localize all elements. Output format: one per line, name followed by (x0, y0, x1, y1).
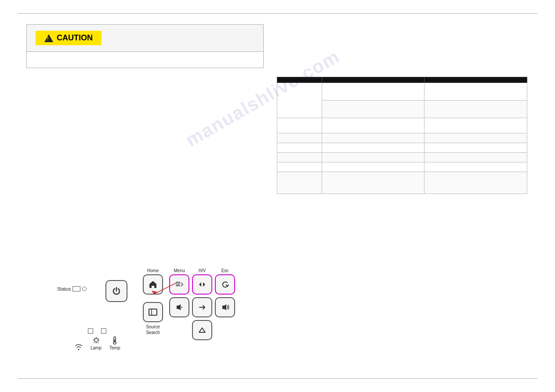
table-cell (277, 133, 322, 143)
enter-button[interactable] (192, 297, 212, 317)
volume-up-icon (220, 302, 230, 312)
table-cell (277, 172, 322, 194)
table-row (277, 133, 527, 143)
menu-label: Menu (174, 268, 185, 273)
caution-body (27, 52, 263, 68)
table-cell (277, 162, 322, 172)
table-cell (322, 118, 424, 133)
table-header-col1 (277, 77, 322, 83)
table-cell (424, 133, 527, 143)
status-group: Status (57, 286, 87, 291)
table-row (277, 162, 527, 172)
svg-point-10 (78, 349, 80, 350)
svg-rect-3 (176, 285, 180, 286)
svg-line-16 (94, 338, 94, 339)
table-cell (322, 172, 424, 194)
top-border (18, 13, 537, 14)
home-label: Home (147, 268, 159, 273)
power-icon (112, 286, 121, 296)
keystone-icon (197, 325, 207, 335)
svg-point-11 (94, 338, 98, 342)
status-monitor-icon (73, 286, 80, 291)
hv-label: H/V (199, 268, 206, 273)
lamp-checkbox (88, 328, 93, 334)
bottom-border (18, 378, 537, 379)
lamp-indicator: Lamp (91, 337, 102, 350)
left-panel: CAUTION (26, 24, 272, 75)
table-cell (322, 101, 424, 118)
table-cell (424, 83, 527, 101)
svg-line-17 (98, 342, 99, 343)
esc-button[interactable]: Esc (215, 274, 235, 295)
table-cell (322, 143, 424, 153)
svg-rect-1 (176, 282, 180, 283)
status-circle-icon (82, 287, 87, 291)
table-cell (277, 83, 322, 118)
caution-badge: CAUTION (36, 31, 102, 45)
home-button[interactable]: Home (143, 274, 163, 295)
wifi-icon (75, 343, 83, 350)
home-icon (148, 280, 158, 289)
caution-header: CAUTION (27, 25, 263, 52)
table-cell (424, 118, 527, 133)
source-search-label: SourceSearch (146, 324, 160, 335)
temp-indicator: Temp (109, 336, 120, 350)
menu-icon (175, 280, 184, 289)
table-row (277, 143, 527, 153)
table-row (277, 153, 527, 162)
table-cell (424, 172, 527, 194)
table-cell (277, 143, 322, 153)
temp-icon (112, 336, 118, 345)
table-row (277, 118, 527, 133)
checkbox-indicators (88, 328, 106, 334)
hv-icon (197, 280, 207, 289)
wifi-indicator (75, 343, 83, 350)
status-label: Status (57, 286, 71, 291)
table-cell (277, 118, 322, 133)
warning-triangle-icon (44, 34, 53, 42)
volume-down-button[interactable] (169, 297, 189, 317)
svg-rect-2 (176, 284, 180, 284)
source-search-button[interactable]: SourceSearch (143, 302, 163, 322)
svg-marker-4 (199, 282, 201, 287)
lamp-icon (92, 337, 100, 345)
indicators-row: Lamp Temp (75, 336, 120, 350)
source-search-icon (148, 307, 158, 317)
table-row (277, 172, 527, 194)
table-cell (322, 162, 424, 172)
caution-box: CAUTION (26, 24, 264, 68)
temp-checkbox (101, 328, 106, 334)
power-button[interactable] (105, 280, 127, 302)
hv-button[interactable]: H/V (192, 274, 212, 295)
caution-text: CAUTION (57, 33, 93, 43)
enter-icon (197, 302, 207, 312)
table-cell (424, 162, 527, 172)
keystone-button[interactable] (192, 320, 212, 340)
table-cell (322, 133, 424, 143)
table-cell (424, 101, 527, 118)
projector-diagram: Status Home SourceSearch Menu (57, 268, 259, 356)
menu-button[interactable]: Menu (169, 274, 189, 295)
volume-down-icon (174, 302, 184, 312)
table-cell (424, 143, 527, 153)
right-panel (277, 77, 527, 194)
table-header-col2 (322, 77, 424, 83)
esc-icon (220, 280, 230, 289)
data-table (277, 77, 527, 194)
lamp-label: Lamp (91, 345, 102, 350)
table-cell (322, 83, 424, 101)
svg-marker-7 (222, 304, 226, 310)
svg-marker-5 (203, 282, 205, 287)
table-cell (322, 153, 424, 162)
table-cell (424, 153, 527, 162)
svg-rect-0 (149, 309, 157, 315)
temp-label: Temp (109, 345, 120, 350)
svg-line-19 (94, 342, 94, 343)
esc-label: Esc (221, 268, 229, 273)
table-row (277, 83, 527, 101)
table-header-col3 (424, 77, 527, 83)
svg-marker-6 (177, 304, 181, 310)
table-cell (277, 153, 322, 162)
svg-line-18 (98, 338, 99, 339)
volume-up-button[interactable] (215, 297, 235, 317)
